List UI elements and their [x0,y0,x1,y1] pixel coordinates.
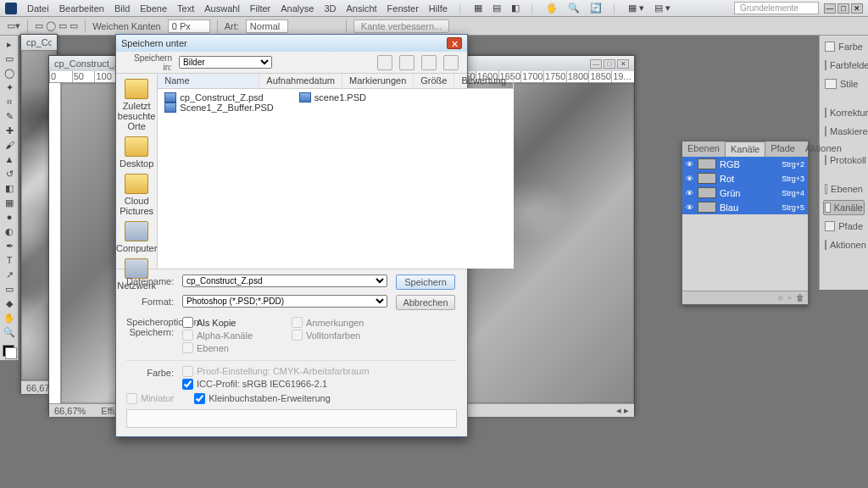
menu-item[interactable]: Fenster [387,3,419,14]
panel-tab-kanaele[interactable]: Kanäle [823,200,865,215]
view-menu-button[interactable] [443,55,459,70]
channel-row-blau[interactable]: 👁BlauStrg+5 [682,200,808,214]
mb-icon[interactable]: 🔄 [590,3,602,14]
place-computer[interactable]: Computer [116,221,157,253]
doc-close[interactable]: ✕ [617,59,629,69]
opt-als-kopie[interactable]: Als Kopie [182,317,278,328]
mb-icon[interactable]: ▤ ▾ [654,3,670,14]
doc-minimize[interactable]: — [590,59,602,69]
wand-tool[interactable]: ✦ [1,80,18,94]
stamp-tool[interactable]: ▲ [1,152,18,166]
brush-tool[interactable]: 🖌 [1,138,18,152]
menu-item[interactable]: Ebene [140,3,167,14]
eye-icon[interactable]: 👁 [686,203,694,212]
tab-pfade[interactable]: Pfade [765,141,800,157]
3d-tool[interactable]: ◆ [1,297,18,310]
refine-edge-button[interactable]: Kante verbessern... [353,19,449,33]
eye-icon[interactable]: 👁 [686,189,694,197]
eye-icon[interactable]: 👁 [686,175,694,183]
panel-tab-farbe[interactable]: Farbe [823,39,865,54]
minimize-button[interactable]: — [824,3,836,14]
move-tool[interactable]: ▸ [1,37,18,51]
tab-kanaele[interactable]: Kanäle [725,141,765,157]
eyedropper-tool[interactable]: ✎ [1,109,18,123]
heal-tool[interactable]: ✚ [1,124,18,137]
file-item[interactable]: Scene1_Z_Buffer.PSD [164,103,273,113]
crop-tool[interactable]: ⌗ [1,95,18,108]
file-list[interactable]: cp_Construct_Z.psd Scene1_Z_Buffer.PSD s… [158,89,514,269]
opt-lowercase-ext[interactable]: Kleinbuchstaben-Erweiterung [194,393,331,404]
tab-aktionen[interactable]: Aktionen [800,141,847,157]
savein-select[interactable]: Bilder [179,56,272,69]
dialog-close-button[interactable]: ✕ [447,37,462,49]
menu-item[interactable]: Ansicht [346,3,376,14]
new-icon[interactable]: ▫ [787,293,791,302]
delete-icon[interactable]: 🗑 [796,293,804,302]
new-channel-icon[interactable]: ○ [777,293,782,302]
tab-ebenen[interactable]: Ebenen [682,141,725,157]
doc-maximize[interactable]: □ [604,59,615,69]
panel-tab-korrekturen[interactable]: Korrekturen [823,105,865,120]
panel-tab-aktionen[interactable]: Aktionen [823,237,865,252]
mb-icon[interactable]: 🖐 [546,3,558,14]
gradient-tool[interactable]: ▦ [1,196,18,209]
workspace-search[interactable]: Grundelemente [734,2,819,14]
menu-item[interactable]: Bearbeiten [59,3,104,14]
mb-icon[interactable]: ◧ [511,3,520,14]
up-button[interactable] [399,55,415,70]
menu-item[interactable]: Bild [114,3,130,14]
style-select[interactable]: Normal [246,19,288,33]
shape-tool[interactable]: ▭ [1,282,18,296]
panel-tab-ebenen[interactable]: Ebenen [823,181,865,197]
place-desktop[interactable]: Desktop [120,136,153,169]
close-button[interactable]: ✕ [851,3,863,14]
menu-item[interactable]: Filter [250,3,270,14]
back-button[interactable] [377,55,392,70]
menu-item[interactable]: Text [177,3,194,14]
panel-tab-stile[interactable]: Stile [823,76,865,92]
format-select[interactable]: Photoshop (*.PSD;*.PDD) [182,295,387,308]
lasso-tool[interactable]: ◯ [1,66,18,80]
zoom-tool[interactable]: 🔍 [1,325,18,339]
menu-item[interactable]: 3D [324,3,336,14]
menu-item[interactable]: Analyse [281,3,314,14]
channel-row-rot[interactable]: 👁RotStrg+3 [682,171,808,186]
save-button[interactable]: Speichern [396,274,455,290]
panel-tab-farbfelder[interactable]: Farbfelder [823,58,865,73]
mb-icon[interactable]: ▤ [492,3,501,14]
eye-icon[interactable]: 👁 [686,160,694,169]
channel-row-gruen[interactable]: 👁GrünStrg+4 [682,186,808,200]
history-brush-tool[interactable]: ↺ [1,167,18,180]
channel-row-rgb[interactable]: 👁RGBStrg+2 [682,157,808,171]
maximize-button[interactable]: □ [837,3,849,14]
file-list-header[interactable]: Name Aufnahmedatum Markierungen Größe Be… [158,74,514,89]
zoom-level[interactable]: 66,67% [54,406,86,416]
file-item[interactable]: scene1.PSD [299,92,366,103]
opt-icc[interactable]: ICC-Profil: sRGB IEC61966-2.1 [182,379,457,390]
dodge-tool[interactable]: ◐ [1,225,18,238]
color-swatches[interactable] [1,343,16,358]
pen-tool[interactable]: ✒ [1,239,18,252]
panel-tab-maskieren[interactable]: Maskieren [823,124,865,139]
file-item[interactable]: cp_Construct_Z.psd [164,92,273,103]
panel-tab-pfade[interactable]: Pfade [823,219,865,234]
mb-icon[interactable]: ▦ [474,3,482,14]
menu-item[interactable]: Hilfe [429,3,448,14]
eraser-tool[interactable]: ◧ [1,181,18,195]
place-cloud[interactable]: Cloud Pictures [116,174,157,216]
newfolder-button[interactable] [421,55,437,70]
hand-tool[interactable]: ✋ [1,311,18,324]
filename-field[interactable]: cp_Construct_Z.psd [182,274,387,287]
mb-icon[interactable]: 🔍 [568,3,580,14]
tool-preset-icon[interactable]: ▭▾ [7,20,20,31]
feather-field[interactable]: 0 Px [168,19,210,33]
place-recent[interactable]: Zuletzt besuchte Orte [116,79,157,131]
path-tool[interactable]: ↗ [1,268,18,281]
marquee-tool[interactable]: ▭ [1,52,18,65]
blur-tool[interactable]: ● [1,210,18,224]
menu-item[interactable]: Datei [27,3,49,14]
menu-item[interactable]: Auswahl [204,3,240,14]
mb-icon[interactable]: ▦ ▾ [628,3,644,14]
cancel-button[interactable]: Abbrechen [396,295,455,310]
type-tool[interactable]: T [1,253,18,267]
